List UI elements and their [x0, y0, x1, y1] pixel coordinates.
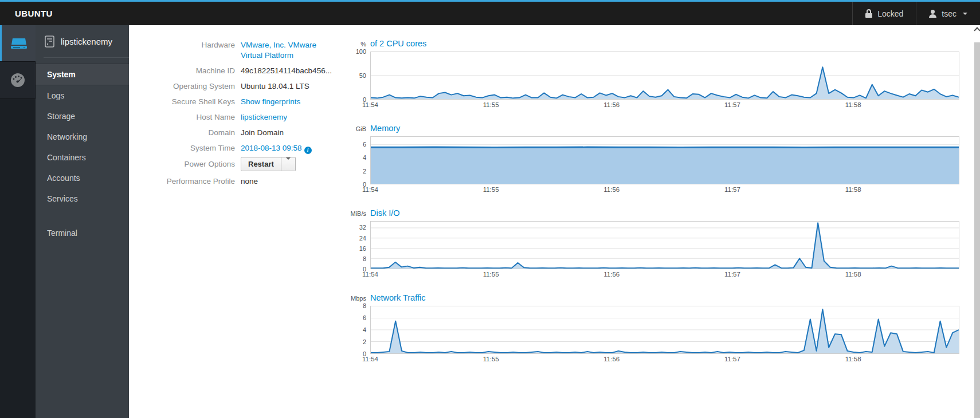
- info-row-hardware: HardwareVMware, Inc. VMware Virtual Plat…: [152, 40, 344, 61]
- y-tick-label: 100: [356, 48, 366, 55]
- domain-value: Join Domain: [241, 128, 284, 137]
- info-label-system-time: System Time: [152, 143, 241, 154]
- x-tick-label: 11:56: [603, 101, 620, 108]
- y-tick-label: 2: [363, 168, 366, 175]
- info-label-operating-system: Operating System: [152, 81, 241, 92]
- network-traffic-plot-area: [370, 306, 959, 354]
- info-label-secure-shell-keys: Secure Shell Keys: [152, 97, 241, 107]
- x-tick-label: 11:54: [362, 186, 378, 193]
- info-label-domain: Domain: [152, 128, 241, 138]
- info-row-machine-id: Machine ID49c1822514114bacb456...: [152, 66, 344, 76]
- machine-server-button[interactable]: [0, 25, 36, 61]
- x-tick-label: 11:57: [724, 356, 740, 362]
- x-tick-label: 11:55: [483, 356, 499, 362]
- cpu-x-axis: 11:5411:5511:5611:5711:58: [370, 100, 959, 109]
- memory-chart: GiBMemory024611:5411:5511:5611:5711:58: [344, 124, 959, 194]
- memory-x-axis: 11:5411:5511:5611:5711:58: [370, 184, 959, 194]
- secure-shell-keys-link[interactable]: Show fingerprints: [241, 97, 300, 106]
- x-tick-label: 11:54: [362, 271, 378, 278]
- dashboard-button[interactable]: [0, 61, 36, 99]
- x-tick-label: 11:58: [845, 356, 861, 362]
- primary-nav: SystemLogsStorageNetworkingContainersAcc…: [36, 64, 129, 209]
- disk-io-chart: MiB/sDisk I/O0816243211:5411:5511:5611:5…: [344, 208, 959, 278]
- user-name: tsec: [942, 9, 957, 18]
- x-tick-label: 11:56: [603, 271, 620, 278]
- system-time-link[interactable]: 2018-08-13 09:58: [241, 144, 302, 152]
- y-tick-label: 50: [359, 72, 366, 79]
- info-icon[interactable]: i: [304, 147, 312, 154]
- chevron-down-icon: [286, 157, 291, 168]
- y-tick-label: 6: [363, 314, 366, 321]
- info-row-power-options: Power OptionsRestart: [152, 159, 344, 171]
- y-tick-label: 4: [363, 154, 366, 161]
- locked-indicator[interactable]: Locked: [852, 2, 916, 25]
- network-traffic-chart: MbpsNetwork Traffic0246811:5411:5511:561…: [344, 293, 959, 363]
- user-icon: [929, 10, 936, 18]
- disk-io-y-axis: 08162432: [344, 221, 370, 278]
- y-tick-label: 2: [363, 338, 366, 345]
- x-tick-label: 11:55: [483, 101, 499, 108]
- host-name-link[interactable]: lipstickenemy: [241, 113, 287, 121]
- hardware-link[interactable]: VMware, Inc. VMware Virtual Platform: [241, 41, 316, 60]
- network-traffic-title-link[interactable]: Network Traffic: [370, 293, 425, 302]
- memory-title-link[interactable]: Memory: [370, 124, 400, 133]
- disk-io-plot-area: [370, 221, 959, 269]
- x-tick-label: 11:58: [845, 186, 861, 193]
- sidebar-item-storage[interactable]: Storage: [36, 106, 129, 127]
- locked-label: Locked: [877, 9, 903, 18]
- y-tick-label: 8: [363, 302, 366, 309]
- sidebar-item-networking[interactable]: Networking: [36, 127, 129, 147]
- x-tick-label: 11:57: [724, 271, 740, 278]
- sidebar-item-terminal[interactable]: Terminal: [36, 223, 129, 243]
- info-label-hardware: Hardware: [152, 40, 241, 61]
- network-traffic-x-axis: 11:5411:5511:5611:5711:58: [370, 354, 959, 363]
- charts-panel: %of 2 CPU cores05010011:5411:5511:5611:5…: [344, 39, 959, 418]
- restart-dropdown-button[interactable]: [281, 157, 296, 171]
- x-tick-label: 11:56: [603, 186, 620, 193]
- scroll-up-arrow[interactable]: [974, 28, 980, 36]
- machine-icon-strip: [0, 25, 36, 418]
- operating-system-value: Ubuntu 18.04.1 LTS: [241, 82, 309, 90]
- restart-button[interactable]: Restart: [241, 157, 281, 171]
- y-tick-label: 32: [359, 224, 366, 231]
- sidebar-item-containers[interactable]: Containers: [36, 147, 129, 168]
- chevron-down-icon: [963, 13, 967, 15]
- dashboard-gauge-icon: [10, 73, 26, 88]
- x-tick-label: 11:57: [724, 186, 740, 193]
- y-tick-label: 8: [363, 255, 366, 262]
- sidebar-item-system[interactable]: System: [36, 64, 129, 85]
- user-menu[interactable]: tsec: [916, 2, 980, 25]
- cpu-y-axis: 050100: [344, 52, 370, 109]
- sidebar-item-accounts[interactable]: Accounts: [36, 168, 129, 188]
- machine-id-value: 49c1822514114bacb456...: [241, 66, 332, 75]
- info-row-performance-profile: Performance Profilenone: [152, 176, 344, 187]
- info-row-host-name: Host Namelipstickenemy: [152, 112, 344, 123]
- x-tick-label: 11:58: [845, 101, 861, 108]
- memory-y-axis: 0246: [344, 136, 370, 194]
- network-traffic-y-axis: 02468: [344, 306, 370, 363]
- server-icon: [10, 37, 28, 50]
- info-label-performance-profile: Performance Profile: [152, 176, 241, 187]
- x-tick-label: 11:54: [362, 101, 378, 108]
- vertical-scrollbar[interactable]: [974, 25, 980, 418]
- disk-io-unit-label: MiB/s: [344, 210, 370, 217]
- y-tick-label: 16: [359, 245, 366, 252]
- host-server-icon: [45, 36, 54, 48]
- cpu-title-link[interactable]: of 2 CPU cores: [370, 39, 426, 48]
- x-tick-label: 11:58: [845, 271, 861, 278]
- disk-io-x-axis: 11:5411:5511:5611:5711:58: [370, 269, 959, 278]
- system-page: HardwareVMware, Inc. VMware Virtual Plat…: [129, 25, 980, 418]
- disk-io-title-link[interactable]: Disk I/O: [370, 208, 400, 218]
- memory-unit-label: GiB: [344, 125, 370, 132]
- x-tick-label: 11:54: [362, 356, 378, 362]
- y-tick-label: 24: [359, 235, 366, 242]
- info-row-secure-shell-keys: Secure Shell KeysShow fingerprints: [152, 97, 344, 107]
- info-label-host-name: Host Name: [152, 112, 241, 123]
- y-tick-label: 6: [363, 141, 366, 148]
- x-tick-label: 11:55: [483, 186, 499, 193]
- sidebar-item-logs[interactable]: Logs: [36, 85, 129, 106]
- secondary-nav: Terminal: [36, 223, 129, 243]
- sidebar-item-services[interactable]: Services: [36, 188, 129, 209]
- scrollbar-thumb[interactable]: [974, 42, 980, 418]
- info-row-domain: DomainJoin Domain: [152, 128, 344, 138]
